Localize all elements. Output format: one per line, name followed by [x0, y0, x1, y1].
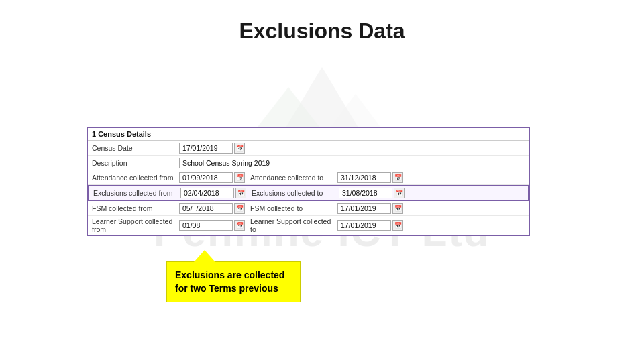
fsm-from-calendar[interactable]: 📅 — [234, 203, 245, 214]
exclusions-row: Exclusions collected from 02/04/2018 📅 E… — [88, 185, 529, 201]
tooltip-box: Exclusions are collected for two Terms p… — [166, 261, 301, 302]
exclusions-to-value: 31/08/2018 — [339, 188, 392, 198]
exclusions-from-label: Exclusions collected from — [93, 189, 180, 197]
fsm-row: FSM collected from 05/ /2018 📅 FSM colle… — [88, 201, 529, 216]
description-label: Description — [92, 159, 179, 167]
census-date-label: Census Date — [92, 144, 179, 152]
attendance-to-label: Attendance collected to — [250, 174, 337, 182]
fsm-to-value: 17/01/2019 — [337, 203, 391, 214]
tooltip-line2: for two Terms previous — [175, 283, 278, 294]
attendance-from-calendar[interactable]: 📅 — [234, 172, 245, 183]
learner-support-from-label: Learner Support collected from — [92, 217, 179, 233]
panel-header: 1 Census Details — [88, 128, 529, 141]
fsm-to-calendar[interactable]: 📅 — [392, 203, 403, 214]
attendance-to-calendar[interactable]: 📅 — [392, 172, 403, 183]
exclusions-to-calendar[interactable]: 📅 — [394, 188, 405, 198]
census-date-value: 17/01/2019 — [179, 143, 233, 154]
description-row: Description School Census Spring 2019 — [88, 156, 529, 170]
exclusions-from-value: 02/04/2018 — [180, 188, 234, 198]
learner-support-to-calendar[interactable]: 📅 — [392, 220, 403, 231]
fsm-from-label: FSM collected from — [92, 204, 179, 213]
tooltip-line1: Exclusions are collected — [175, 269, 284, 280]
attendance-to-value: 31/12/2018 — [337, 172, 391, 183]
fsm-from-value: 05/ /2018 — [179, 203, 233, 214]
exclusions-to-label: Exclusions collected to — [252, 189, 339, 197]
fsm-to-label: FSM collected to — [250, 204, 337, 213]
census-date-row: Census Date 17/01/2019 📅 — [88, 141, 529, 156]
learner-support-to-label: Learner Support collected to — [250, 217, 337, 233]
census-date-calendar[interactable]: 📅 — [234, 143, 245, 154]
census-panel: 1 Census Details Census Date 17/01/2019 … — [87, 127, 530, 236]
attendance-row: Attendance collected from 01/09/2018 📅 A… — [88, 170, 529, 185]
learner-support-row: Learner Support collected from 01/08 📅 L… — [88, 216, 529, 235]
attendance-from-label: Attendance collected from — [92, 174, 179, 182]
description-value: School Census Spring 2019 — [179, 158, 313, 168]
attendance-from-value: 01/09/2018 — [179, 172, 233, 183]
learner-support-from-calendar[interactable]: 📅 — [234, 220, 245, 231]
learner-support-from-value: 01/08 — [179, 220, 233, 231]
learner-support-to-value: 17/01/2019 — [337, 220, 391, 231]
exclusions-from-calendar[interactable]: 📅 — [235, 188, 246, 198]
